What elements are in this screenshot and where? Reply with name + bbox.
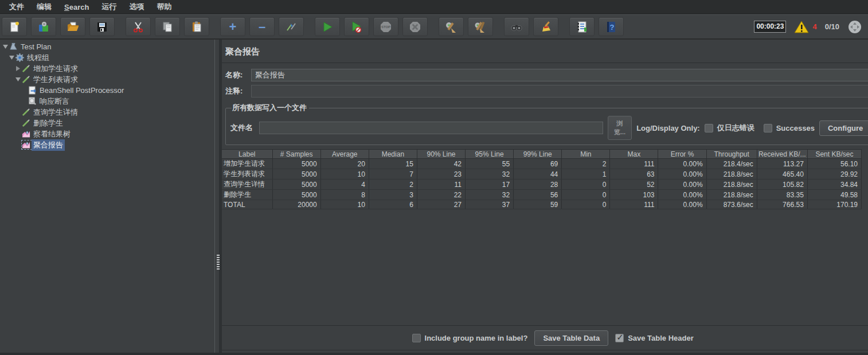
include-group-name-checkbox[interactable]: [412, 334, 421, 342]
search-button[interactable]: [504, 17, 529, 36]
paste-button[interactable]: [184, 17, 209, 36]
col-header[interactable]: Error %: [658, 150, 706, 159]
function-helper-button[interactable]: [569, 17, 595, 36]
col-header[interactable]: 99% Line: [514, 150, 562, 159]
page-title: 聚合报告: [222, 40, 868, 63]
menu-file[interactable]: 文件: [3, 0, 30, 14]
expand-arrow-icon[interactable]: [8, 56, 15, 60]
tree-splitter[interactable]: [214, 40, 221, 354]
add-button[interactable]: +: [220, 17, 245, 36]
tree-item-response-assertion[interactable]: 响应断言: [0, 96, 214, 107]
errors-only-checkbox[interactable]: [705, 124, 713, 132]
broom-icon: [539, 20, 553, 34]
successes-checkbox[interactable]: [764, 124, 772, 132]
table-row[interactable]: 删除学生50008322325601030.00%218.8/sec83.354…: [222, 190, 862, 200]
tree-item-add-student-request[interactable]: 增加学生请求: [0, 63, 214, 74]
elapsed-timer: 00:00:23: [754, 21, 786, 33]
browse-button[interactable]: 浏览...: [608, 116, 632, 140]
start-no-pauses-button[interactable]: [344, 17, 369, 36]
remote-threads-icon: [847, 19, 862, 34]
cut-button[interactable]: [126, 17, 151, 36]
shutdown-button[interactable]: [402, 17, 428, 36]
splitter-grip[interactable]: [217, 255, 220, 270]
col-header[interactable]: Throughput: [706, 150, 757, 159]
tree-item-beanshell-postprocessor[interactable]: BeanShell PostProcessor: [0, 85, 214, 96]
name-label: 名称:: [225, 70, 251, 80]
table-row-total[interactable]: TOTAL2000010627375901110.00%873.6/sec766…: [222, 200, 862, 209]
menu-run[interactable]: 运行: [96, 0, 122, 14]
menu-search[interactable]: Search: [58, 1, 95, 13]
menu-options[interactable]: 选项: [123, 0, 150, 14]
tree-item-aggregate-report[interactable]: 聚合报告: [0, 139, 214, 150]
menu-help[interactable]: 帮助: [151, 0, 177, 14]
new-file-button[interactable]: [2, 17, 27, 36]
toggle-icon: [284, 20, 298, 34]
aggregate-report-panel: 聚合报告 名称: 注释: 所有数据写入一个文件 文件名 浏览... Log/Di…: [221, 40, 868, 354]
col-header[interactable]: 90% Line: [417, 150, 465, 159]
tree-item-thread-group[interactable]: 线程组: [0, 52, 214, 63]
col-header[interactable]: Max: [610, 150, 658, 159]
col-header[interactable]: # Samples: [272, 150, 320, 159]
save-table-data-button[interactable]: Save Table Data: [534, 330, 608, 346]
clear-search-button[interactable]: [533, 17, 558, 36]
table-row[interactable]: 学生列表请求50001072332441630.00%218.8/sec465.…: [222, 169, 862, 180]
toggle-button[interactable]: [279, 17, 304, 36]
col-header[interactable]: Average: [320, 150, 369, 159]
col-header[interactable]: Sent KB/sec: [807, 150, 861, 159]
tree-item-student-list-request[interactable]: 学生列表请求: [0, 74, 214, 85]
start-icon: [320, 20, 334, 34]
tree-item-view-results-tree[interactable]: 察看结果树: [0, 128, 214, 139]
configure-button[interactable]: Configure: [819, 120, 868, 136]
table-row[interactable]: 增加学生请求5000201542556921110.00%218.4/sec11…: [222, 159, 862, 169]
warning-count: 4: [812, 22, 816, 31]
sampler-icon: [22, 108, 32, 116]
remove-button[interactable]: –: [249, 17, 275, 36]
aggregate-table: Label # Samples Average Median 90% Line …: [222, 149, 868, 209]
start-button[interactable]: [315, 17, 340, 36]
stop-icon: STOP: [379, 20, 393, 34]
tree-item-query-student-detail[interactable]: 查询学生详情: [0, 107, 214, 118]
col-header[interactable]: Median: [369, 150, 417, 159]
open-button[interactable]: [60, 17, 85, 36]
save-table-header-label: Save Table Header: [628, 334, 694, 342]
copy-icon: [161, 20, 174, 34]
col-header[interactable]: Min: [562, 150, 610, 159]
col-header[interactable]: Label: [222, 150, 272, 159]
help-button[interactable]: ?: [599, 17, 624, 36]
templates-icon: [37, 20, 50, 34]
filename-label: 文件名: [230, 123, 255, 133]
tree-item-delete-student[interactable]: 删除学生: [0, 118, 214, 128]
errors-only-label: 仅日志错误: [717, 123, 754, 133]
paste-icon: [190, 20, 204, 34]
thread-count: 0/10: [825, 22, 839, 31]
clear-icon: [444, 20, 458, 34]
stop-button[interactable]: STOP: [373, 17, 398, 36]
new-file-icon: [7, 20, 21, 34]
open-folder-icon: [66, 20, 80, 34]
table-row[interactable]: 查询学生详情5000421117280520.00%218.8/sec105.8…: [222, 180, 862, 190]
sampler-icon: [22, 119, 32, 127]
listener-icon: [22, 141, 32, 149]
thread-group-icon: [15, 53, 25, 62]
col-header[interactable]: 95% Line: [466, 150, 514, 159]
sampler-icon: [22, 64, 32, 73]
copy-button[interactable]: [155, 17, 180, 36]
filename-input[interactable]: [259, 122, 603, 134]
table-footer-bar: Include group name in label? Save Table …: [222, 325, 868, 350]
window-bottom-edge: [0, 353, 868, 355]
name-input[interactable]: [251, 69, 868, 81]
templates-button[interactable]: [31, 17, 56, 36]
collapse-arrow-icon[interactable]: [14, 66, 22, 71]
clear-button[interactable]: [439, 17, 464, 36]
save-button[interactable]: [89, 17, 115, 36]
expand-arrow-icon[interactable]: [2, 45, 9, 49]
tree-item-test-plan[interactable]: Test Plan: [0, 41, 214, 52]
save-icon: [95, 20, 109, 34]
comments-input[interactable]: [251, 85, 868, 97]
expand-arrow-icon[interactable]: [14, 77, 22, 81]
clear-all-button[interactable]: [468, 17, 493, 36]
save-table-header-checkbox[interactable]: [615, 334, 624, 342]
menu-edit[interactable]: 编辑: [31, 0, 57, 14]
warning-icon[interactable]: [794, 20, 809, 34]
col-header[interactable]: Received KB/...: [757, 150, 807, 159]
